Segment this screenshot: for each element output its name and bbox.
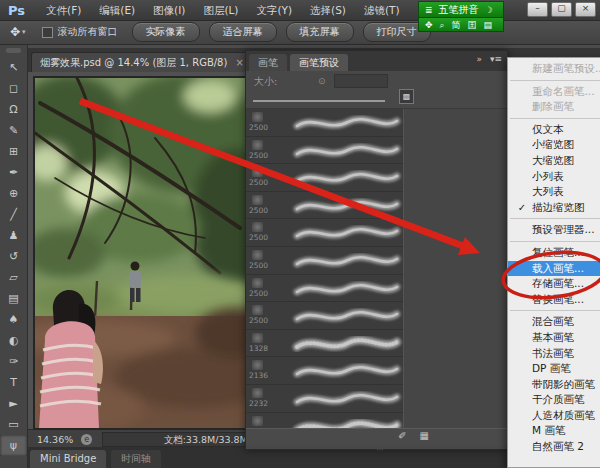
toolbar-collapse-icon[interactable] [6,48,21,53]
maximize-button[interactable]: ▢ [551,2,572,17]
marquee-tool-icon[interactable]: ◻ [0,78,27,99]
menu-item-small-list[interactable]: 小列表 [508,169,600,185]
ime-simplified-toggle[interactable]: 简 [452,19,461,31]
ime-magnifier-icon[interactable]: ⌕ [440,19,445,31]
eyedropper-tool-icon[interactable]: ✒ [0,162,27,183]
menubar-item[interactable]: 编辑(E) [90,0,144,20]
tab-brush[interactable]: 画笔 [249,54,287,71]
brush-row[interactable]: 2332 [246,413,403,428]
menubar-item[interactable]: 文字(Y) [247,0,301,20]
brush-row[interactable]: 2232 [246,385,403,413]
dodge-tool-icon[interactable]: ◐ [0,330,27,351]
tab-brush-presets[interactable]: 画笔预设 [290,54,348,71]
lasso-tool-icon[interactable]: Ω [0,99,27,120]
fit-screen-button[interactable]: 适合屏幕 [209,22,277,42]
tab-timeline[interactable]: 时间轴 [111,450,161,468]
menu-separator[interactable] [508,77,600,84]
quick-selection-tool-icon[interactable]: ✎ [0,120,27,141]
menubar-item[interactable]: 图层(L) [194,0,247,20]
menu-item-new-brush-preset[interactable]: 新建画笔预设... [508,61,600,77]
brush-row[interactable]: 2500 [246,275,403,303]
blur-tool-icon[interactable]: ♠ [0,309,27,330]
brush-row[interactable]: 1328 [246,330,403,358]
ime-hand-icon[interactable]: ✥ [425,19,433,31]
pen-tool-icon[interactable]: ✑ [0,351,27,372]
brush-tip-icon[interactable]: ▩ [399,89,414,104]
fill-screen-button[interactable]: 填充屏幕 [286,22,354,42]
hand-tool-icon[interactable]: ψ [0,435,27,456]
menu-item-small-thumbnail[interactable]: 小缩览图 [508,137,600,153]
menu-item-large-list[interactable]: 大列表 [508,184,600,200]
brush-stroke-preview [290,219,403,245]
menu-item-dp-brushes[interactable]: DP 画笔 [508,361,600,377]
menu-separator[interactable] [508,215,600,222]
menu-item-text-only[interactable]: 仅文本 [508,122,600,138]
brush-row[interactable]: 2136 [246,357,403,385]
menubar-item[interactable]: 图像(I) [144,0,194,20]
menu-item-calligraphic-brushes[interactable]: 书法画笔 [508,346,600,362]
close-button[interactable]: × [575,2,596,17]
panel-resize-grip[interactable]: ⋯ [246,445,507,452]
move-tool-icon[interactable]: ↖ [0,57,27,78]
menubar-item[interactable]: 文件(F) [37,0,90,20]
menu-item-replace-brushes[interactable]: 替换画笔... [508,292,600,308]
menu-item-dry-media-brushes[interactable]: 干介质画笔 [508,392,600,408]
tab-mini-bridge[interactable]: Mini Bridge [30,450,106,468]
history-brush-tool-icon[interactable]: ↺ [0,246,27,267]
brush-tool-icon[interactable]: ╱ [0,204,27,225]
size-slider[interactable] [253,100,385,102]
menu-item-natural-brushes-2[interactable]: 自然画笔 2 [508,439,600,455]
menu-item-basic-brushes[interactable]: 基本画笔 [508,330,600,346]
menu-item-save-brushes[interactable]: 存储画笔... [508,276,600,292]
panel-menu-icon[interactable]: ▾≡ [490,54,502,64]
clone-stamp-tool-icon[interactable]: ♟ [0,225,27,246]
crop-tool-icon[interactable]: ⊞ [0,141,27,162]
actual-pixels-button[interactable]: 实际像素 [132,22,200,42]
menu-item-preset-manager[interactable]: 预设管理器... [508,222,600,238]
menubar-item[interactable]: 滤镜(T) [355,0,409,20]
type-tool-icon[interactable]: T [0,372,27,393]
ime-fullwidth-toggle[interactable]: 囯 [468,19,477,31]
zoom-level-field[interactable]: 14.36% [37,434,73,445]
ime-toolbar[interactable]: ≣ 五笔拼音 ☽ ✥⌕简囯▤ [418,1,504,32]
menu-separator[interactable] [508,115,600,122]
menu-item-stroke-thumbnail[interactable]: 描边缩览图 [508,200,600,216]
menu-item-load-brushes[interactable]: 载入画笔... [508,261,600,277]
menu-item-rename-brush[interactable]: 重命名画笔... [508,84,600,100]
menu-item-faux-finish-brushes[interactable]: 人造材质画笔 [508,408,600,424]
menu-separator[interactable] [508,307,600,314]
live-tip-preview-icon[interactable]: ✐ [398,430,406,441]
path-selection-tool-icon[interactable]: ► [0,393,27,414]
preset-manager-grid-icon[interactable]: ▦ [420,430,429,441]
healing-brush-tool-icon[interactable]: ⊕ [0,183,27,204]
brush-row[interactable]: 2500 [246,164,403,192]
ime-keyboard-icon[interactable]: ▤ [484,19,493,31]
brush-row[interactable]: 2500 [246,302,403,330]
document-image[interactable] [33,76,249,430]
size-value-field[interactable] [334,74,388,88]
brush-thumbnail-icon [252,222,263,232]
menu-item-m-brushes[interactable]: M 画笔 [508,423,600,439]
menu-item-drop-shadow-brushes[interactable]: 带阴影的画笔 [508,377,600,393]
eraser-tool-icon[interactable]: ▱ [0,267,27,288]
brush-row[interactable]: 2500 [246,137,403,165]
document-tab[interactable]: 烟雾效果.psd @ 14.4% (图层 1, RGB/8) × [31,52,253,73]
menu-separator[interactable] [508,238,600,245]
shape-tool-icon[interactable]: ▭ [0,414,27,435]
scroll-all-windows-checkbox[interactable] [42,27,53,38]
minimize-button[interactable]: – [527,2,548,17]
panel-collapse-icon[interactable]: » [476,54,482,64]
gradient-tool-icon[interactable]: ▤ [0,288,27,309]
menubar-item[interactable]: 选择(S) [301,0,355,20]
menu-item-reset-brushes[interactable]: 复位画笔... [508,245,600,261]
menu-item-assorted-brushes[interactable]: 混合画笔 [508,314,600,330]
chevron-down-icon[interactable]: ▾ [22,28,26,36]
tab-close-icon[interactable]: × [235,53,243,73]
brush-row[interactable]: 2500 [246,192,403,220]
brush-row[interactable]: 2500 [246,109,403,137]
moon-icon[interactable]: ☽ [485,4,493,16]
menu-item-large-thumbnail[interactable]: 大缩览图 [508,153,600,169]
brush-row[interactable]: 2500 [246,247,403,275]
brush-row[interactable]: 2500 [246,219,403,247]
menu-item-delete-brush[interactable]: 删除画笔 [508,99,600,115]
